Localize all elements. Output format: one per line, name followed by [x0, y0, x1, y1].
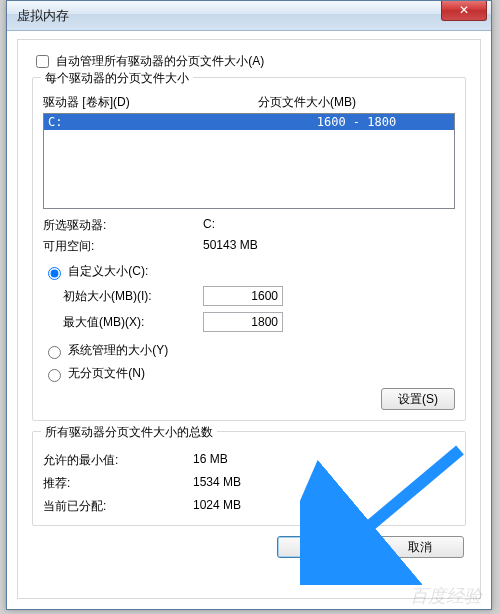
selected-drive-row: 所选驱动器: C: — [43, 217, 455, 234]
max-size-label: 最大值(MB)(X): — [63, 314, 203, 331]
initial-size-row: 初始大小(MB)(I): — [63, 286, 455, 306]
system-managed-label: 系统管理的大小(Y) — [68, 343, 168, 357]
list-item-size: 1600 - 1800 — [259, 114, 454, 130]
dialog-body: 自动管理所有驱动器的分页文件大小(A) 每个驱动器的分页文件大小 驱动器 [卷标… — [17, 39, 481, 599]
no-paging-label: 无分页文件(N) — [68, 366, 145, 380]
cancel-button[interactable]: 取消 — [376, 536, 464, 558]
col-drive-header: 驱动器 [卷标](D) — [43, 94, 258, 111]
custom-size-radio[interactable] — [48, 267, 61, 280]
min-allowed-row: 允许的最小值: 16 MB — [43, 452, 455, 469]
col-size-header: 分页文件大小(MB) — [258, 94, 455, 111]
max-size-input[interactable] — [203, 312, 283, 332]
initial-size-label: 初始大小(MB)(I): — [63, 288, 203, 305]
currently-allocated-label: 当前已分配: — [43, 498, 193, 515]
no-paging-radio[interactable] — [48, 369, 61, 382]
dialog-window: 虚拟内存 ✕ 自动管理所有驱动器的分页文件大小(A) 每个驱动器的分页文件大小 … — [6, 0, 492, 610]
custom-size-row: 自定义大小(C): — [43, 263, 455, 280]
selected-drive-label: 所选驱动器: — [43, 217, 203, 234]
initial-size-input[interactable] — [203, 286, 283, 306]
recommended-row: 推荐: 1534 MB — [43, 475, 455, 492]
free-space-value: 50143 MB — [203, 238, 455, 255]
auto-manage-row: 自动管理所有驱动器的分页文件大小(A) — [32, 52, 466, 71]
free-space-label: 可用空间: — [43, 238, 203, 255]
no-paging-row: 无分页文件(N) — [43, 365, 455, 382]
list-header: 驱动器 [卷标](D) 分页文件大小(MB) — [43, 94, 455, 111]
min-allowed-value: 16 MB — [193, 452, 228, 469]
totals-group: 所有驱动器分页文件大小的总数 允许的最小值: 16 MB 推荐: 1534 MB… — [32, 431, 466, 526]
window-title: 虚拟内存 — [17, 7, 69, 25]
close-button[interactable]: ✕ — [441, 1, 487, 21]
system-managed-row: 系统管理的大小(Y) — [43, 342, 455, 359]
per-drive-group-title: 每个驱动器的分页文件大小 — [41, 70, 193, 87]
list-item-drive: C: — [44, 114, 259, 130]
selected-drive-value: C: — [203, 217, 455, 234]
currently-allocated-value: 1024 MB — [193, 498, 241, 515]
auto-manage-checkbox[interactable] — [36, 55, 49, 68]
totals-group-title: 所有驱动器分页文件大小的总数 — [41, 424, 217, 441]
titlebar: 虚拟内存 ✕ — [7, 1, 491, 31]
per-drive-group: 每个驱动器的分页文件大小 驱动器 [卷标](D) 分页文件大小(MB) C: 1… — [32, 77, 466, 421]
ok-button[interactable]: 确定 — [277, 536, 365, 558]
set-button-row: 设置(S) — [43, 388, 455, 410]
dialog-footer: 确定 取消 — [32, 536, 466, 558]
custom-size-label: 自定义大小(C): — [68, 264, 148, 278]
system-managed-radio[interactable] — [48, 346, 61, 359]
set-button[interactable]: 设置(S) — [381, 388, 455, 410]
recommended-label: 推荐: — [43, 475, 193, 492]
recommended-value: 1534 MB — [193, 475, 241, 492]
drive-listbox[interactable]: C: 1600 - 1800 — [43, 113, 455, 209]
currently-allocated-row: 当前已分配: 1024 MB — [43, 498, 455, 515]
free-space-row: 可用空间: 50143 MB — [43, 238, 455, 255]
min-allowed-label: 允许的最小值: — [43, 452, 193, 469]
auto-manage-label: 自动管理所有驱动器的分页文件大小(A) — [56, 54, 264, 68]
list-item[interactable]: C: 1600 - 1800 — [44, 114, 454, 130]
close-icon: ✕ — [459, 3, 469, 17]
max-size-row: 最大值(MB)(X): — [63, 312, 455, 332]
